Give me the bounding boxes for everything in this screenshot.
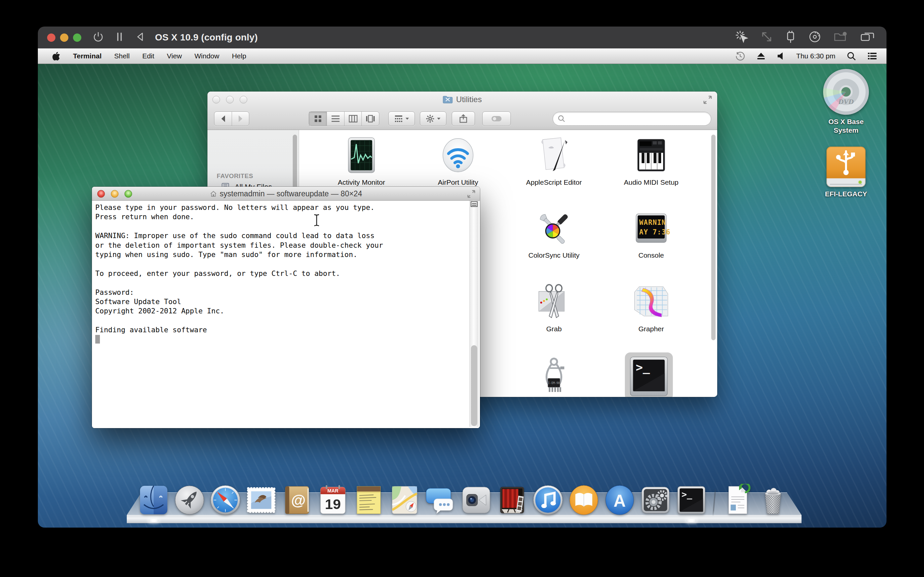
menu-edit[interactable]: Edit — [142, 52, 154, 60]
vm-usb-icon[interactable] — [785, 30, 796, 45]
search-icon — [557, 115, 565, 123]
terminal-scrollbar-widget[interactable] — [471, 201, 478, 207]
terminal-cursor — [95, 335, 100, 343]
finder-content-scrollbar[interactable] — [711, 135, 716, 340]
svg-text:MAR: MAR — [327, 488, 339, 493]
dock-icon-system-preferences[interactable] — [639, 484, 672, 516]
app-activity-monitor[interactable]: Activity Monitor — [320, 135, 403, 186]
menu-help[interactable]: Help — [232, 52, 246, 60]
menu-app-terminal[interactable]: Terminal — [73, 52, 102, 60]
svg-text:>_: >_ — [636, 361, 650, 374]
menu-clock[interactable]: Thu 6:30 pm — [796, 52, 835, 60]
app-system-information[interactable]: I-EM-98 — [512, 356, 595, 397]
terminal-titlebar[interactable]: systemadmin — softwareupdate — 80×24 — [92, 187, 480, 201]
vm-window: OS X 10.9 (config only) DVD — [38, 27, 887, 528]
dock-icon-trash[interactable] — [757, 484, 789, 516]
vm-zoom-button[interactable] — [73, 34, 81, 42]
terminal-body[interactable]: Please type in your password. No letters… — [92, 201, 480, 428]
dock-icon-notes[interactable] — [352, 484, 385, 516]
menu-window[interactable]: Window — [194, 52, 220, 60]
vm-window-title: OS X 10.9 (config only) — [155, 32, 258, 43]
dock-icon-safari[interactable] — [209, 484, 242, 516]
dock-icon-app-store[interactable]: A — [603, 484, 636, 516]
dock-icon-document[interactable] — [721, 484, 753, 516]
vm-minimize-button[interactable] — [60, 34, 68, 42]
dock-icon-launchpad[interactable] — [173, 484, 206, 516]
terminal-window: systemadmin — softwareupdate — 80×24 Ple… — [92, 187, 480, 428]
app-console[interactable]: WARNINAY 7:36 Console — [610, 208, 693, 259]
dock-icon-mail[interactable] — [245, 484, 278, 516]
terminal-output: Please type in your password. No letters… — [95, 203, 383, 335]
back-button[interactable] — [215, 112, 232, 126]
dock-icon-facetime[interactable] — [460, 484, 493, 516]
terminal-window-title: systemadmin — softwareupdate — 80×24 — [92, 189, 480, 198]
app-applescript-editor[interactable]: AppleScript Editor — [512, 135, 595, 186]
vm-close-button[interactable] — [47, 34, 55, 42]
ibeam-cursor — [313, 214, 321, 228]
dock-icon-maps[interactable] — [388, 484, 421, 516]
vm-titlebar: OS X 10.9 (config only) — [38, 27, 887, 48]
finder-titlebar[interactable]: Utilities — [207, 92, 717, 130]
svg-text:WARNIN: WARNIN — [639, 219, 666, 227]
vm-pause-icon[interactable] — [115, 32, 124, 44]
share-button[interactable] — [452, 111, 475, 126]
view-list-button[interactable] — [326, 112, 344, 126]
vm-play-icon[interactable] — [135, 32, 145, 44]
menu-view[interactable]: View — [167, 52, 182, 60]
app-grapher[interactable]: Grapher — [610, 282, 693, 333]
app-airport-utility[interactable]: AirPort Utility — [417, 135, 499, 186]
finder-resize-icon[interactable] — [703, 95, 712, 106]
eject-icon[interactable] — [756, 52, 766, 60]
volume-icon[interactable] — [777, 52, 785, 60]
time-machine-icon[interactable] — [735, 51, 745, 61]
vm-display-icon[interactable] — [860, 31, 874, 44]
running-indicator — [149, 519, 159, 522]
vm-capture-cursor-icon[interactable] — [735, 30, 748, 45]
view-columns-button[interactable] — [344, 112, 362, 126]
svg-text:AY 7:36: AY 7:36 — [639, 228, 670, 236]
dock-icon-ibooks[interactable] — [567, 484, 600, 516]
view-icons-button[interactable] — [309, 112, 326, 126]
app-colorsync-utility[interactable]: ColorSync Utility — [512, 208, 595, 259]
dock-icon-contacts[interactable]: @ — [281, 484, 313, 516]
desktop-icon-osx-base-system[interactable]: DVD OS X BaseSystem — [809, 69, 882, 135]
folder-utilities-icon — [443, 95, 453, 105]
action-menu-button[interactable] — [420, 111, 446, 126]
view-switcher — [309, 111, 380, 126]
dock-icon-photo-booth[interactable] — [496, 484, 528, 516]
sidebar-heading: FAVORITES — [217, 172, 253, 180]
svg-text:A: A — [614, 492, 626, 510]
macos-screen: DVD OS X BaseSystem EFI-LEGACY — [38, 48, 887, 528]
finder-window-title: Utilities — [207, 95, 717, 105]
dock-icon-messages[interactable] — [424, 484, 457, 516]
menu-bar: Terminal Shell Edit View Window Help Thu… — [38, 48, 887, 64]
vm-power-icon[interactable] — [93, 31, 104, 44]
app-audio-midi-setup[interactable]: Audio MIDI Setup — [610, 135, 693, 186]
terminal-resize-icon[interactable] — [467, 189, 476, 200]
dock-icon-itunes[interactable] — [532, 484, 564, 516]
forward-button[interactable] — [232, 112, 249, 126]
apple-menu-icon[interactable] — [52, 52, 60, 61]
vm-resize-icon[interactable] — [760, 31, 773, 44]
dock-icon-finder[interactable] — [137, 484, 170, 516]
svg-text:@: @ — [291, 492, 306, 509]
app-terminal-selected[interactable]: >_ — [610, 351, 693, 397]
desktop-icon-efi-legacy[interactable]: EFI-LEGACY — [809, 147, 882, 198]
edit-tags-button[interactable] — [482, 111, 511, 126]
menu-shell[interactable]: Shell — [114, 52, 130, 60]
dock-icon-calendar[interactable]: MAR19 — [317, 484, 349, 516]
svg-text:>_: >_ — [682, 489, 692, 500]
vm-disc-icon[interactable] — [808, 30, 821, 45]
terminal-scrollbar-thumb[interactable] — [471, 345, 477, 426]
search-field[interactable] — [552, 112, 711, 126]
arrange-menu-button[interactable] — [388, 111, 415, 126]
dock: @ MAR19 — [127, 492, 801, 523]
proxy-home-icon — [210, 190, 217, 197]
notification-center-icon[interactable] — [867, 52, 877, 60]
terminal-scrollbar[interactable] — [469, 201, 478, 427]
view-coverflow-button[interactable] — [362, 112, 379, 126]
vm-shared-folder-icon[interactable] — [834, 31, 848, 44]
spotlight-icon[interactable] — [846, 52, 856, 61]
app-grab[interactable]: Grab — [512, 282, 595, 333]
dock-icon-terminal[interactable]: >_ — [675, 484, 708, 516]
